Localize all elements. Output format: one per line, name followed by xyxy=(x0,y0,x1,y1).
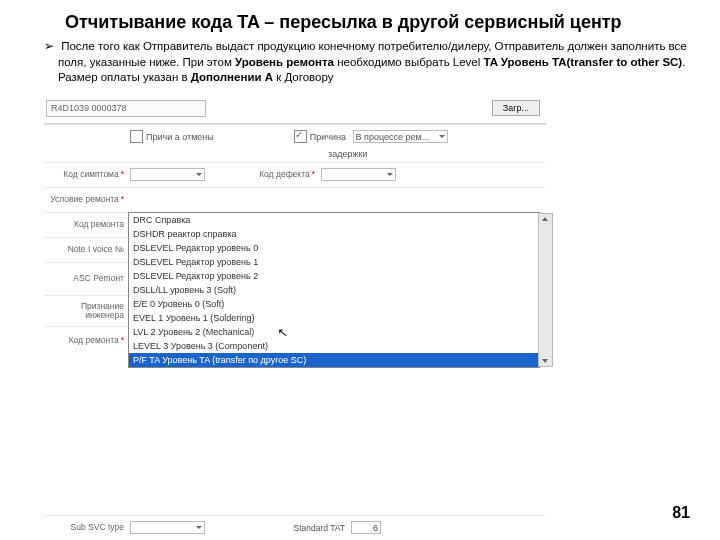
page-title: Отчитывание кода TA – пересылка в другой… xyxy=(65,12,690,33)
chevron-down-icon xyxy=(387,173,393,176)
select-defect[interactable] xyxy=(321,168,396,181)
mouse-cursor-icon: ↖ xyxy=(277,326,288,341)
bullet-arrow-icon: ➢ xyxy=(44,40,54,52)
page-number: 81 xyxy=(672,504,690,522)
select-progress[interactable]: В процессе рем... xyxy=(353,130,448,143)
scrollbar[interactable] xyxy=(538,213,553,367)
dropdown-option[interactable]: LVL 2 Уровень 2 (Mechanical) xyxy=(129,325,539,339)
row-delay-sub: задержки xyxy=(44,149,546,162)
label-delay-2: задержки xyxy=(328,149,367,159)
tat-value: 6 xyxy=(351,521,381,534)
dropdown-option[interactable]: DSLL/LL уровень 3 (Soft) xyxy=(129,283,539,297)
label-tat: Standard TAT xyxy=(265,523,351,533)
dropdown-option[interactable]: DSLEVEL Редактор уровень 2 xyxy=(129,269,539,283)
row-cancel-reason: Причи а отмены Причина В процессе рем... xyxy=(44,124,546,149)
checkbox-cancel[interactable] xyxy=(130,130,143,143)
dropdown-option[interactable]: DSLEVEL Редактор уровень 1 xyxy=(129,255,539,269)
row-subsvc: Sub SVC type Standard TAT 6 xyxy=(44,515,546,540)
row-cond: Условие ремонта* xyxy=(44,187,546,212)
chevron-down-icon xyxy=(196,526,202,529)
dropdown-option[interactable]: LEVEL 3 Уровень 3 (Component) xyxy=(129,339,539,353)
dropdown-option[interactable]: DSLEVEL Редактор уровень 0 xyxy=(129,241,539,255)
dropdown-option[interactable]: EVEL 1 Уровень 1 (Soldering) xyxy=(129,311,539,325)
select-subsvc[interactable] xyxy=(130,521,205,534)
bullet-1: ➢ После того как Отправитель выдаст прод… xyxy=(44,39,690,86)
label-delay-1: Причина xyxy=(310,132,346,142)
search-input[interactable]: R4D1039 0000378 xyxy=(46,100,206,117)
dropdown-option[interactable]: DSHDR реактор справка xyxy=(129,227,539,241)
dropdown-option-selected[interactable]: P/F TA Уровень TA (transfer по другое SC… xyxy=(129,353,539,367)
app-screenshot: R4D1039 0000378 Загр... Причи а отмены П… xyxy=(44,96,546,540)
checkbox-delay[interactable] xyxy=(294,130,307,143)
dropdown-option[interactable]: E/E 0 Уровень 0 (Soft) xyxy=(129,297,539,311)
repair-level-dropdown[interactable]: DRC Справка DSHDR реактор справка DSLEVE… xyxy=(128,212,540,368)
search-button[interactable]: Загр... xyxy=(492,100,540,116)
chevron-down-icon xyxy=(196,173,202,176)
row-symptom: Код симптома* Код дефекта* xyxy=(44,162,546,187)
label-cancel: Причи а отмены xyxy=(146,132,214,142)
dropdown-option[interactable]: DRC Справка xyxy=(129,213,539,227)
search-bar: R4D1039 0000378 Загр... xyxy=(44,96,546,124)
chevron-down-icon xyxy=(439,135,445,138)
select-symptom[interactable] xyxy=(130,168,205,181)
